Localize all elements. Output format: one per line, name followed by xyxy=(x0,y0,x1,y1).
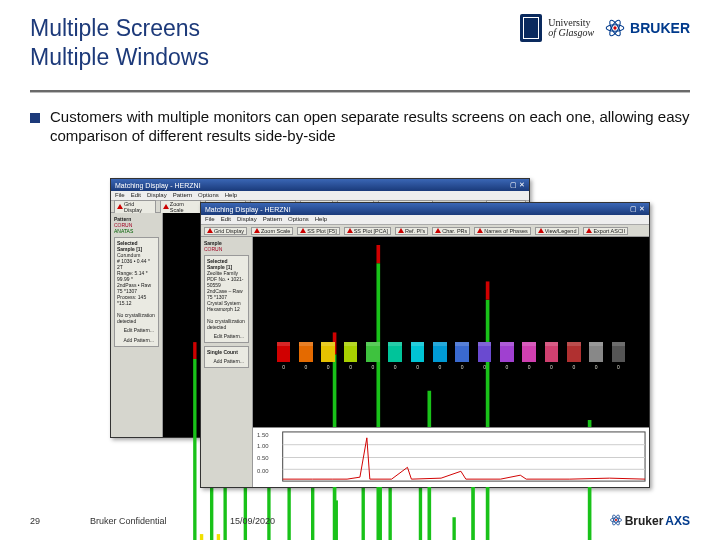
bullet-text: Customers with multiple monitors can ope… xyxy=(50,108,690,146)
header-logos: University of Glasgow BRUKER xyxy=(520,14,690,42)
toolbar-button[interactable]: View/Legend xyxy=(535,227,580,235)
menu-item[interactable]: Help xyxy=(225,192,237,199)
footer-logo-suffix: AXS xyxy=(665,514,690,528)
menu-item[interactable]: Display xyxy=(147,192,167,199)
panel-line: 2ndPass • Raw 75 *1307 Process: 145 *15.… xyxy=(117,282,151,306)
panel-line: No crystallization detected xyxy=(117,312,155,324)
tick-label: 0 xyxy=(589,364,603,378)
tick-label: 0 xyxy=(411,364,425,378)
toolbar-button[interactable]: Grid Display xyxy=(204,227,247,235)
svg-point-40 xyxy=(615,518,617,520)
color-swatch-labels: 0000 0000 0000 0000 xyxy=(277,364,626,378)
bullet-marker-icon xyxy=(30,113,40,123)
triangle-icon xyxy=(586,228,592,233)
panel-title: Selected Sample [1] xyxy=(117,240,142,252)
tick-label: 0 xyxy=(388,364,402,378)
menu-item[interactable]: Pattern xyxy=(173,192,192,199)
header-rule xyxy=(30,90,690,92)
sidebar: Sample CORUN Selected Sample [1] Zeolite… xyxy=(201,237,253,487)
app-window-front: Matching Display - HERZNI ▢ ✕ File Edit … xyxy=(200,202,650,488)
menu-item[interactable]: File xyxy=(205,216,215,223)
triangle-icon xyxy=(538,228,544,233)
bullet-item: Customers with multiple monitors can ope… xyxy=(30,108,690,146)
plot-area: 0000 0000 0000 0000 xyxy=(253,237,649,427)
tick-label: 0 xyxy=(478,364,492,378)
panel-line: Range: 5.14 * 99.99 * xyxy=(117,270,148,282)
menu-item[interactable]: File xyxy=(115,192,125,199)
menu-item[interactable]: Options xyxy=(198,192,219,199)
menu-item[interactable]: Edit xyxy=(131,192,141,199)
tick-label: 0 xyxy=(433,364,447,378)
toolbar-label: Grid Display xyxy=(214,228,244,234)
toolbar-label: Zoom Scale xyxy=(170,201,198,213)
uog-line2: of Glasgow xyxy=(548,27,594,38)
svg-point-3 xyxy=(613,26,616,29)
selected-sample-panel: Selected Sample [1] Corundum # 1036 • 0.… xyxy=(114,237,159,347)
toolbar-button[interactable]: Grid Display xyxy=(114,200,156,214)
window-controls-icon: ▢ ✕ xyxy=(630,205,645,213)
toolbar-button[interactable]: Export ASCII xyxy=(583,227,628,235)
panel-line: PDF No. • 1021-50559 xyxy=(207,276,244,288)
toolbar: Grid Display Zoom Scale SS Plot [F5] SS … xyxy=(201,225,649,237)
toolbar-label: Export ASCII xyxy=(593,228,625,234)
atom-icon xyxy=(604,17,626,39)
menubar: File Edit Display Pattern Options Help xyxy=(201,215,649,225)
screenshots-group: Matching Display - HERZNI ▢ ✕ File Edit … xyxy=(110,178,650,488)
menu-item[interactable]: Help xyxy=(315,216,327,223)
triangle-icon xyxy=(207,228,213,233)
list-item[interactable]: ANATAS xyxy=(114,228,159,234)
toolbar-label: SS Plot [F5] xyxy=(307,228,336,234)
toolbar-label: View/Legend xyxy=(545,228,577,234)
toolbar-label: Grid Display xyxy=(124,201,153,213)
toolbar-button[interactable]: Ref. Pl's xyxy=(395,227,428,235)
edit-pattern-button[interactable]: Edit Pattern... xyxy=(212,332,246,340)
edit-pattern-button[interactable]: Edit Pattern... xyxy=(122,326,156,334)
bruker-logo-text: BRUKER xyxy=(630,20,690,36)
triangle-icon xyxy=(254,228,260,233)
title-line-1: Multiple Screens xyxy=(30,15,200,41)
tick-label: 0 xyxy=(545,364,559,378)
panel-line: 2ndCase – Raw 75 *1307 xyxy=(207,288,243,300)
tick-label: 0 xyxy=(500,364,514,378)
toolbar-label: Names of Phases xyxy=(484,228,527,234)
slide: Multiple Screens Multiple Windows Univer… xyxy=(0,0,720,540)
window-titlebar: Matching Display - HERZNI ▢ ✕ xyxy=(111,179,529,191)
toolbar-button[interactable]: Names of Phases xyxy=(474,227,530,235)
footer-logo: BrukerAXS xyxy=(609,513,690,530)
toolbar-label: Zoom Scale xyxy=(261,228,290,234)
triangle-icon xyxy=(398,228,404,233)
glasgow-crest-icon xyxy=(520,14,542,42)
menu-item[interactable]: Display xyxy=(237,216,257,223)
add-pattern-button[interactable]: Add Pattern... xyxy=(211,357,246,365)
atom-icon xyxy=(609,513,623,530)
panel-title: Selected Sample [1] xyxy=(207,258,232,270)
list-item[interactable]: CORUN xyxy=(204,246,249,252)
add-pattern-button[interactable]: Add Pattern... xyxy=(121,336,156,344)
y-tick: 0.00 xyxy=(257,468,269,474)
panel-title: Single Count xyxy=(207,349,238,355)
toolbar-button[interactable]: SS Plot [PCA] xyxy=(344,227,391,235)
toolbar-label: Ref. Pl's xyxy=(405,228,425,234)
toolbar-button[interactable]: Zoom Scale xyxy=(251,227,293,235)
tick-label: 0 xyxy=(522,364,536,378)
menu-item[interactable]: Options xyxy=(288,216,309,223)
glasgow-logo-text: University of Glasgow xyxy=(548,18,594,39)
sidebar: Pattern CORUN ANATAS Selected Sample [1]… xyxy=(111,213,163,437)
title-line-2: Multiple Windows xyxy=(30,44,209,70)
tick-label: 0 xyxy=(277,364,291,378)
spectrum-chart-svg: 1.50 1.00 0.50 0.00 xyxy=(253,428,649,487)
menu-item[interactable]: Pattern xyxy=(263,216,282,223)
toolbar-button[interactable]: Char. PRs xyxy=(432,227,470,235)
menu-item[interactable]: Edit xyxy=(221,216,231,223)
footer-date: 15/09/2020 xyxy=(230,516,350,526)
tick-label: 0 xyxy=(612,364,626,378)
slide-body: Customers with multiple monitors can ope… xyxy=(30,108,690,500)
triangle-icon xyxy=(117,204,123,209)
single-count-panel: Single Count Add Pattern... xyxy=(204,346,249,368)
confidential-label: Bruker Confidential xyxy=(90,516,230,526)
tick-label: 0 xyxy=(366,364,380,378)
toolbar-button[interactable]: SS Plot [F5] xyxy=(297,227,339,235)
panel-line: No crystallization detected xyxy=(207,318,245,330)
toolbar-button[interactable]: Zoom Scale xyxy=(160,200,201,214)
triangle-icon xyxy=(347,228,353,233)
